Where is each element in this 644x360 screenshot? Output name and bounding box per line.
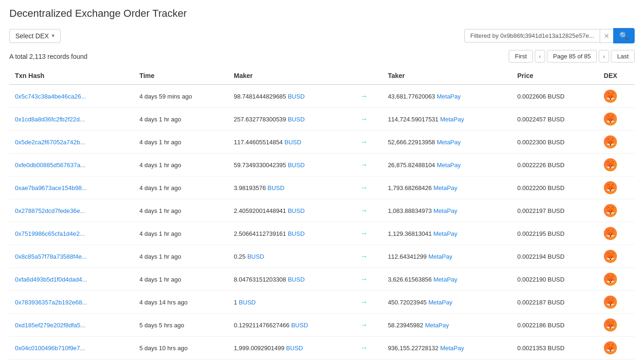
txn-hash-link[interactable]: 0xfa6d493b5d1f0d4dad4... xyxy=(15,276,87,283)
taker-token-link[interactable]: MetaPay xyxy=(425,322,449,329)
txn-hash-link[interactable]: 0x5de2ca2f67052a742b... xyxy=(15,139,85,146)
maker-token-link[interactable]: BUSD xyxy=(247,253,264,260)
dex-cell: 🦊 xyxy=(598,222,635,245)
txn-hash-link[interactable]: 0xae7ba9673ace154b98... xyxy=(15,184,87,191)
chevron-down-icon: ▾ xyxy=(52,33,55,39)
col-maker: Maker xyxy=(228,67,355,85)
taker-token-link[interactable]: MetaPay xyxy=(434,184,457,191)
swap-arrow-icon: → xyxy=(360,92,368,100)
maker-cell: 8.04763151203308 BUSD xyxy=(228,268,355,291)
taker-token-link[interactable]: MetaPay xyxy=(437,162,461,169)
taker-amount: 3,626.61563856 xyxy=(388,276,434,283)
txn-hash-link[interactable]: 0xd185ef279e202f8dfa5... xyxy=(15,322,85,329)
time-cell: 4 days 1 hr ago xyxy=(134,245,228,268)
txn-hash-link[interactable]: 0xfe0db00885d567637a... xyxy=(15,162,85,169)
dex-logo-icon: 🦊 xyxy=(604,113,617,126)
maker-token-link[interactable]: BUSD xyxy=(288,116,305,123)
arrow-cell: → xyxy=(355,268,382,291)
taker-token-link[interactable]: MetaPay xyxy=(434,230,457,237)
dex-cell: 🦊 xyxy=(598,154,635,176)
maker-token-link[interactable]: BUSD xyxy=(288,276,305,283)
maker-token-link[interactable]: BUSD xyxy=(286,345,303,352)
txn-hash-cell: 0x04c0100496b710f9e7... xyxy=(9,337,134,360)
next-page-button[interactable]: › xyxy=(599,50,609,63)
maker-token-link[interactable]: BUSD xyxy=(284,139,301,146)
txn-hash-link[interactable]: 0x04c0100496b710f9e7... xyxy=(15,345,85,352)
dex-cell: 🦊 xyxy=(598,131,635,154)
taker-cell: 114,724.59017531 MetaPay xyxy=(382,108,511,131)
price-cell: 0.0022606 BUSD xyxy=(512,85,598,108)
time-cell: 4 days 1 hr ago xyxy=(134,108,228,131)
filter-clear-button[interactable]: ✕ xyxy=(600,29,613,43)
taker-token-link[interactable]: MetaPay xyxy=(437,93,461,100)
dex-logo-icon: 🦊 xyxy=(604,341,617,354)
txn-hash-link[interactable]: 0x5c743c38a4be46ca26... xyxy=(15,93,86,100)
taker-token-link[interactable]: MetaPay xyxy=(437,139,461,146)
taker-cell: 43,681.77620063 MetaPay xyxy=(382,85,511,108)
time-cell: 4 days 1 hr ago xyxy=(134,199,228,222)
taker-amount: 450.72023945 xyxy=(388,299,428,306)
select-dex-button[interactable]: Select DEX ▾ xyxy=(9,29,61,43)
price-cell: 0.0022200 BUSD xyxy=(512,176,598,199)
swap-arrow-icon: → xyxy=(360,275,368,283)
taker-token-link[interactable]: MetaPay xyxy=(440,345,464,352)
taker-cell: 26,875.82488104 MetaPay xyxy=(382,154,511,176)
dex-logo-icon: 🦊 xyxy=(604,318,617,332)
toolbar: Select DEX ▾ Filtered by 0x9b86fc3941d1e… xyxy=(9,28,635,43)
time-cell: 4 days 1 hr ago xyxy=(134,131,228,154)
maker-token-link[interactable]: BUSD xyxy=(288,230,305,237)
maker-amount: 98.7481444829685 xyxy=(234,93,288,100)
time-cell: 4 days 1 hr ago xyxy=(134,268,228,291)
maker-token-link[interactable]: BUSD xyxy=(267,184,284,191)
maker-token-link[interactable]: BUSD xyxy=(239,299,256,306)
maker-cell: 0.129211476627466 BUSD xyxy=(228,314,355,337)
txn-hash-cell: 0xfe0db00885d567637a... xyxy=(9,154,134,176)
page-title: Decentralized Exchange Order Tracker xyxy=(9,7,635,20)
select-dex-label: Select DEX xyxy=(15,32,49,40)
taker-amount: 26,875.82488104 xyxy=(388,162,437,169)
taker-cell: 3,626.61563856 MetaPay xyxy=(382,268,511,291)
maker-cell: 2.50664112739161 BUSD xyxy=(228,222,355,245)
maker-amount: 59.7349330042395 xyxy=(234,162,288,169)
swap-arrow-icon: → xyxy=(360,115,368,123)
price-cell: 0.0022195 BUSD xyxy=(512,222,598,245)
taker-token-link[interactable]: MetaPay xyxy=(440,116,464,123)
swap-arrow-icon: → xyxy=(360,321,368,329)
arrow-cell: → xyxy=(355,314,382,337)
txn-hash-link[interactable]: 0x1cd8a8d36fc2fb2f22d... xyxy=(15,116,85,123)
taker-cell: 112.64341299 MetaPay xyxy=(382,245,511,268)
dex-cell: 🦊 xyxy=(598,314,635,337)
swap-arrow-icon: → xyxy=(360,161,368,169)
maker-token-link[interactable]: BUSD xyxy=(291,322,308,329)
taker-amount: 112.64341299 xyxy=(388,253,428,260)
taker-token-link[interactable]: MetaPay xyxy=(428,299,452,306)
table-row: 0x1cd8a8d36fc2fb2f22d... 4 days 1 hr ago… xyxy=(9,108,635,131)
maker-token-link[interactable]: BUSD xyxy=(288,207,305,214)
last-page-button[interactable]: Last xyxy=(611,50,635,63)
taker-amount: 1,083.88834973 xyxy=(388,207,434,214)
table-row: 0x783936357a2b192e68... 4 days 14 hrs ag… xyxy=(9,291,635,314)
price-cell: 0.0022226 BUSD xyxy=(512,154,598,176)
taker-token-link[interactable]: MetaPay xyxy=(434,276,457,283)
txn-hash-cell: 0x8c85a57f78a73588f4e... xyxy=(9,245,134,268)
col-txn-hash: Txn Hash xyxy=(9,67,134,85)
table-row: 0x04c0100496b710f9e7... 5 days 10 hrs ag… xyxy=(9,337,635,360)
maker-amount: 117.44605514854 xyxy=(234,139,284,146)
col-taker: Taker xyxy=(382,67,511,85)
txn-hash-link[interactable]: 0x783936357a2b192e68... xyxy=(15,299,87,306)
txn-hash-link[interactable]: 0x2788752dcd7fede36e... xyxy=(15,207,85,214)
maker-token-link[interactable]: BUSD xyxy=(288,162,305,169)
records-info: A total 2,113 records found First ‹ Page… xyxy=(9,50,635,63)
search-button[interactable]: 🔍 xyxy=(613,28,635,43)
txn-hash-link[interactable]: 0x8c85a57f78a73588f4e... xyxy=(15,253,87,260)
taker-token-link[interactable]: MetaPay xyxy=(434,207,457,214)
first-page-button[interactable]: First xyxy=(509,50,532,63)
maker-amount: 0.25 xyxy=(234,253,247,260)
maker-amount: 257.632778300539 xyxy=(234,116,288,123)
maker-token-link[interactable]: BUSD xyxy=(288,93,305,100)
prev-page-button[interactable]: ‹ xyxy=(535,50,545,63)
taker-token-link[interactable]: MetaPay xyxy=(428,253,452,260)
txn-hash-link[interactable]: 0x7519986c65cfa1d4e2... xyxy=(15,230,85,237)
table-header-row: Txn Hash Time Maker Taker Price DEX xyxy=(9,67,635,85)
taker-cell: 1,793.68268426 MetaPay xyxy=(382,176,511,199)
